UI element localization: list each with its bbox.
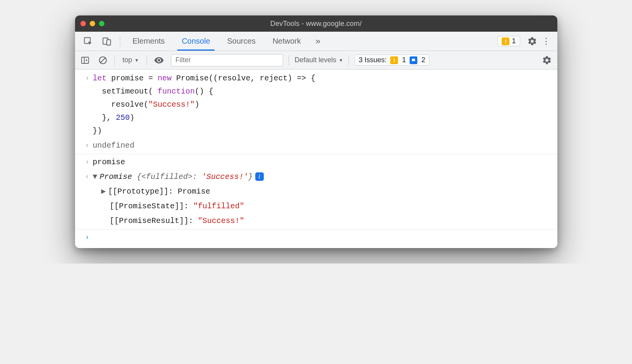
result-value: undefined <box>93 139 550 152</box>
tab-label: Sources <box>227 37 255 46</box>
code-line: promise <box>93 156 550 169</box>
svg-rect-2 <box>107 39 111 45</box>
tab-network[interactable]: Network <box>264 32 309 51</box>
divider <box>289 55 289 65</box>
live-expression-icon[interactable] <box>152 54 166 67</box>
issues-badge[interactable]: 3 Issues: ! 1 2 <box>354 54 429 66</box>
console-settings-icon[interactable] <box>540 54 553 67</box>
log-levels-selector[interactable]: Default levels ▼ <box>294 56 343 64</box>
tab-label: Network <box>273 37 301 46</box>
toggle-sidebar-icon[interactable] <box>79 54 91 66</box>
object-property-row: [[PromiseResult]]: "Success!" <box>75 214 557 228</box>
object-property-row[interactable]: ▶[[Prototype]]: Promise <box>75 184 557 199</box>
input-caret-icon: › <box>82 156 93 168</box>
object-preview[interactable]: ▼Promise {<fulfilled>: 'Success!'}i <box>93 170 550 184</box>
tab-elements[interactable]: Elements <box>124 32 173 51</box>
svg-rect-3 <box>82 57 89 63</box>
divider <box>114 55 115 65</box>
context-label: top <box>123 56 132 64</box>
row-divider <box>75 229 557 230</box>
console-result-row: ‹ undefined <box>75 138 557 153</box>
execution-context-selector[interactable]: top ▼ <box>120 56 142 64</box>
panel-tabs-bar: Elements Console Sources Network » ! 1 ⋮ <box>75 32 557 51</box>
console-input-row: › promise <box>75 155 557 170</box>
tab-sources[interactable]: Sources <box>219 32 264 51</box>
more-tabs-button[interactable]: » <box>309 36 326 46</box>
console-input[interactable] <box>93 231 550 244</box>
output-caret-icon: ‹ <box>82 139 93 151</box>
console-toolbar: top ▼ Default levels ▼ 3 Issues: ! 1 2 <box>75 51 557 70</box>
more-glyph: » <box>316 36 320 46</box>
divider <box>147 55 147 65</box>
inspect-element-icon[interactable] <box>82 35 94 48</box>
console-result-row[interactable]: ‹ ▼Promise {<fulfilled>: 'Success!'}i <box>75 170 557 184</box>
issues-label: 3 Issues: <box>359 56 386 64</box>
header-warnings-badge[interactable]: ! 1 <box>497 36 520 46</box>
code-line: let promise = new Promise((resolve, reje… <box>93 72 550 138</box>
input-caret-icon: › <box>82 72 93 84</box>
row-divider <box>75 154 557 154</box>
object-property: [[PromiseState]]: "fulfilled" <box>93 200 550 213</box>
warning-icon: ! <box>502 37 509 45</box>
dropdown-triangle-icon: ▼ <box>135 58 139 63</box>
divider <box>348 55 349 65</box>
console-body[interactable]: › let promise = new Promise((resolve, re… <box>75 70 557 248</box>
levels-label: Default levels <box>294 56 336 64</box>
console-prompt-row[interactable]: › <box>75 230 557 245</box>
tab-label: Console <box>182 37 210 46</box>
collapse-triangle-icon[interactable]: ▶ <box>101 185 108 198</box>
divider <box>120 36 120 47</box>
filter-input[interactable] <box>171 54 283 66</box>
settings-icon[interactable] <box>526 35 539 48</box>
object-property-row: [[PromiseState]]: "fulfilled" <box>75 199 557 214</box>
panel-tabs: Elements Console Sources Network <box>124 32 310 51</box>
info-icon <box>410 56 417 64</box>
issues-warn-count: 1 <box>402 56 406 64</box>
tab-console[interactable]: Console <box>173 32 219 51</box>
warning-icon: ! <box>390 56 398 64</box>
issues-info-count: 2 <box>421 56 425 64</box>
window-title: DevTools - www.google.com/ <box>75 20 557 28</box>
header-warning-count: 1 <box>512 37 516 45</box>
expand-triangle-icon[interactable]: ▼ <box>93 170 100 184</box>
info-icon[interactable]: i <box>255 172 264 181</box>
titlebar: DevTools - www.google.com/ <box>75 15 557 32</box>
object-property: [[PromiseResult]]: "Success!" <box>93 214 550 228</box>
tab-label: Elements <box>133 37 165 46</box>
object-property[interactable]: ▶[[Prototype]]: Promise <box>93 185 550 198</box>
dropdown-triangle-icon: ▼ <box>338 58 343 63</box>
devtools-window: DevTools - www.google.com/ Elements Cons… <box>75 15 557 248</box>
input-caret-icon: › <box>82 231 93 243</box>
console-input-row: › let promise = new Promise((resolve, re… <box>75 71 557 138</box>
device-toolbar-icon[interactable] <box>101 35 113 48</box>
output-caret-icon: ‹ <box>82 170 93 183</box>
clear-console-icon[interactable] <box>97 54 109 66</box>
kebab-menu-icon[interactable]: ⋮ <box>539 36 553 46</box>
